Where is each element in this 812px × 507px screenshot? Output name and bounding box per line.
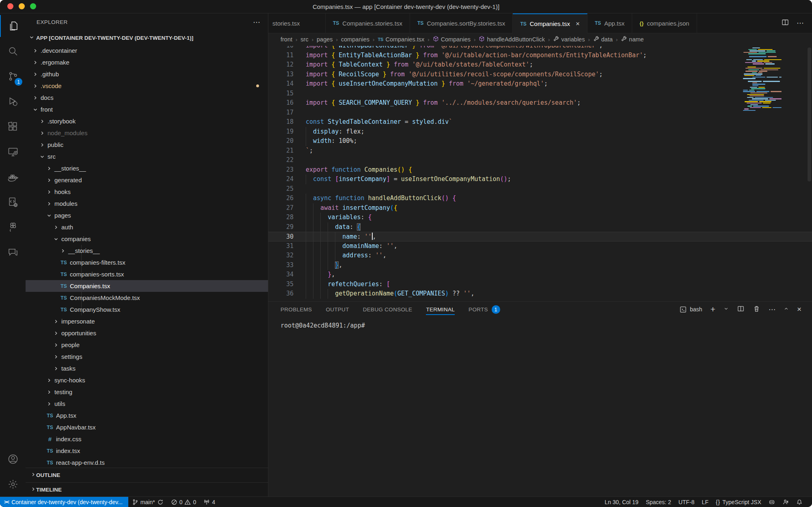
sidebar-item-stories[interactable]: __stories__ [26,162,268,174]
code-line-12[interactable]: 12import { TableContext } from '@/ui/tab… [268,60,812,70]
sidebar-item-src[interactable]: src [26,151,268,162]
activity-source-control-icon[interactable]: 1 [0,64,26,89]
sidebar-item-github[interactable]: .github [26,68,268,80]
code-line-32[interactable]: 32address: '', [268,251,812,261]
sidebar-item-stories[interactable]: __stories__ [26,245,268,257]
editor-scrollbar[interactable] [808,47,811,181]
code-line-16[interactable]: 16import { SEARCH_COMPANY_QUERY } from '… [268,98,812,108]
breadcrumb-item-front[interactable]: front [281,36,292,43]
maximize-panel-icon[interactable] [784,306,789,313]
sidebar-item-modules[interactable]: modules [26,198,268,209]
panel-tab-output[interactable]: OUTPUT [326,302,349,317]
sidebar-item-companies-filters-tsx[interactable]: TScompanies-filters.tsx [26,257,268,268]
close-window-button[interactable] [7,3,13,9]
split-editor-icon[interactable] [781,18,789,28]
sidebar-item-vscode[interactable]: .vscode [26,80,268,92]
eol-sequence[interactable]: LF [698,499,712,505]
panel-tab-problems[interactable]: PROBLEMS [281,302,312,317]
split-terminal-icon[interactable] [737,305,745,314]
activity-api-client-icon[interactable] [0,190,26,215]
code-line-18[interactable]: 18const StyledTableContainer = styled.di… [268,117,812,127]
sidebar-item-pages[interactable]: pages [26,209,268,221]
code-line-23[interactable]: 23export function Companies() { [268,165,812,175]
sidebar-item-settings[interactable]: settings [26,351,268,362]
sidebar-item-companies-sorts-tsx[interactable]: TScompanies-sorts.tsx [26,268,268,280]
activity-search-icon[interactable] [0,39,26,64]
tab-companies-tsx[interactable]: TSCompanies.tsx× [513,13,587,33]
code-line-20[interactable]: 20width: 100%; [268,136,812,146]
sidebar-item-impersonate[interactable]: impersonate [26,315,268,327]
code-line-15[interactable]: 15 [268,89,812,99]
sidebar-item-ergomake[interactable]: .ergomake [26,56,268,68]
code-line-17[interactable]: 17 [268,108,812,118]
code-line-19[interactable]: 19display: flex; [268,127,812,137]
breadcrumb-item-companies-tsx[interactable]: TSCompanies.tsx [378,36,424,43]
breadcrumb-item-data[interactable]: data [593,36,613,43]
branch-status[interactable]: main* [128,499,167,505]
code-line-35[interactable]: 35refetchQueries: [ [268,280,812,289]
feedback-icon[interactable] [779,499,793,505]
sidebar-item-testing[interactable]: testing [26,386,268,398]
kill-terminal-icon[interactable] [753,305,760,314]
explorer-more-icon[interactable]: ⋯ [253,18,261,27]
panel-more-icon[interactable]: ⋯ [769,305,775,314]
breadcrumb-item-companies[interactable]: Companies [433,36,471,43]
sidebar-item-appnavbar-tsx[interactable]: TSAppNavbar.tsx [26,421,268,433]
language-mode[interactable]: {} TypeScript JSX [712,499,765,505]
sidebar-item-companyshow-tsx[interactable]: TSCompanyShow.tsx [26,304,268,315]
sidebar-item-node-modules[interactable]: node_modules [26,127,268,139]
new-terminal-icon[interactable]: + [710,304,715,314]
code-line-11[interactable]: 11import { EntityTableActionBar } from '… [268,51,812,60]
remote-indicator[interactable]: >< Container dev-twenty-dev (dev-twenty-… [0,497,128,507]
activity-figma-icon[interactable] [0,215,26,240]
code-line-33[interactable]: 33}, [268,261,812,270]
sidebar-item-public[interactable]: public [26,139,268,151]
tab-app-tsx[interactable]: TSApp.tsx [587,13,632,33]
tab-companies-stories-tsx[interactable]: TSCompanies.stories.tsx [326,13,410,33]
code-editor[interactable]: 10import { WithTopBarContainer } from '@… [268,46,812,302]
title-bar[interactable]: Companies.tsx — app [Container dev-twent… [0,0,812,13]
minimize-window-button[interactable] [19,3,25,9]
code-line-10[interactable]: 10import { WithTopBarContainer } from '@… [268,46,812,51]
sidebar-item-auth[interactable]: auth [26,221,268,233]
outline-section-header[interactable]: OUTLINE [26,468,268,482]
notifications-bell-icon[interactable] [793,499,806,505]
sidebar-item-companies[interactable]: companies [26,233,268,245]
code-line-28[interactable]: 28variables: { [268,213,812,222]
breadcrumb-item-handleaddbuttonclick[interactable]: handleAddButtonClick [479,36,545,43]
indentation[interactable]: Spaces: 2 [642,499,675,505]
sidebar-item-devcontainer[interactable]: .devcontainer [26,45,268,56]
code-line-34[interactable]: 34}, [268,270,812,280]
minimap[interactable] [743,47,782,111]
code-line-30[interactable]: 30name: '', [268,232,812,242]
chevron-down-icon[interactable] [723,306,729,313]
code-line-13[interactable]: 13import { RecoilScope } from '@/ui/util… [268,70,812,80]
breadcrumb-item-companies[interactable]: companies [341,36,369,43]
editor-more-icon[interactable]: ⋯ [797,19,804,28]
close-panel-icon[interactable]: × [797,305,801,314]
sidebar-item-opportunities[interactable]: opportunities [26,327,268,339]
activity-settings-icon[interactable] [0,472,26,497]
sidebar-item-companiesmockmode-tsx[interactable]: TSCompaniesMockMode.tsx [26,292,268,304]
copilot-icon[interactable] [765,499,779,505]
close-tab-icon[interactable]: × [576,20,580,28]
code-line-29[interactable]: 29data: { [268,222,812,232]
code-line-36[interactable]: 36getOperationName(GET_COMPANIES) ?? '', [268,289,812,299]
sidebar-item-utils[interactable]: utils [26,398,268,410]
code-line-14[interactable]: 14import { useInsertOneCompanyMutation }… [268,79,812,89]
code-line-22[interactable]: 22 [268,155,812,165]
sidebar-item-companies-tsx[interactable]: TSCompanies.tsx [26,280,268,292]
cursor-position[interactable]: Ln 30, Col 19 [601,499,642,505]
sidebar-item-generated[interactable]: generated [26,174,268,186]
activity-explorer-icon[interactable] [0,13,26,39]
activity-extensions-icon[interactable] [0,114,26,139]
tab-companies-json[interactable]: {}companies.json [632,13,697,33]
breadcrumb-item-variables[interactable]: variables [553,36,585,43]
activity-remote-explorer-icon[interactable] [0,139,26,164]
sidebar-item-people[interactable]: people [26,339,268,351]
terminal-output[interactable]: root@0a42ecd84891:/app# [268,317,812,329]
sidebar-item-index-css[interactable]: #index.css [26,433,268,445]
sidebar-item-app-tsx[interactable]: TSApp.tsx [26,410,268,421]
breadcrumb-item-name[interactable]: name [621,36,644,43]
breadcrumb-item-pages[interactable]: pages [317,36,333,43]
